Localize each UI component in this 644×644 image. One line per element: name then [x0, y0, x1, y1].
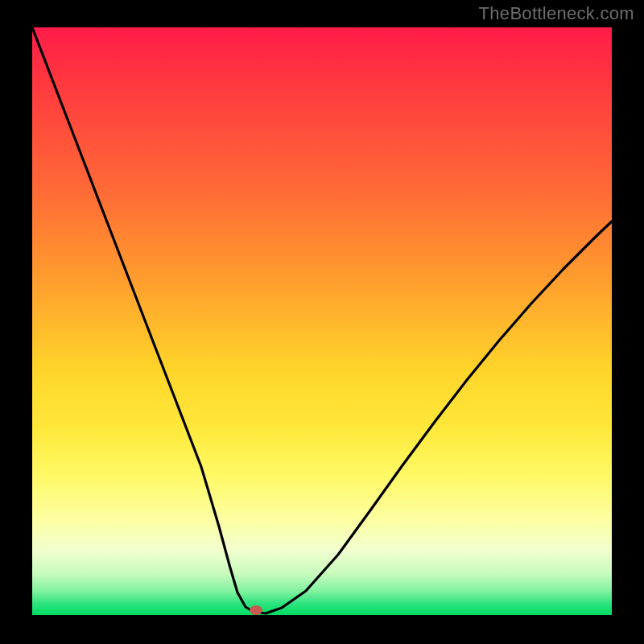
- bottleneck-curve: [32, 27, 612, 615]
- watermark-text: TheBottleneck.com: [479, 3, 634, 24]
- plot-area: [32, 27, 612, 615]
- minimum-marker: [250, 605, 262, 615]
- chart-frame: TheBottleneck.com: [0, 0, 644, 644]
